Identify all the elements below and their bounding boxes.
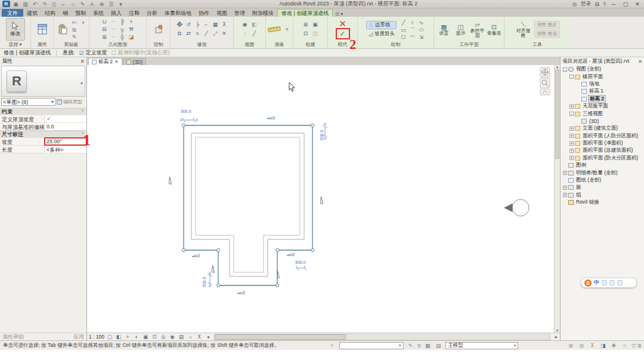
ime-toolbox-icon[interactable] [617,280,623,285]
horizontal-scrollbar[interactable] [214,334,550,340]
modify-tab-options-icon[interactable]: ⊡ ▾ [335,11,343,17]
collapse-icon[interactable]: - [569,112,574,116]
extend-into-wall-checkbox[interactable]: ☐ 延伸到墙中(至核心层) [112,49,170,57]
ribbon-tab[interactable]: 管理 [231,9,249,17]
section-collapse-icon[interactable]: ⌃ [80,109,85,115]
panel-label-workplane[interactable]: 工作平面 [434,42,504,48]
tag-icon[interactable]: ✎ [79,1,86,8]
define-slope-checkbox[interactable]: ☑ 定义坡度 [79,49,107,57]
constraints-icon[interactable]: ⊼ [196,334,203,340]
draw-arc-icon[interactable]: ⌒ [408,26,416,33]
ribbon-tab[interactable]: 协作 [195,9,213,17]
panel-label-select[interactable]: 选择 ▾ [0,42,30,48]
ribbon-tab[interactable]: 体量和场地 [161,9,195,17]
vertical-scrollbar[interactable]: ▲ ▼ [554,65,560,333]
param-length-value[interactable]: <多种> [44,146,86,153]
thin-lines-icon[interactable]: ☰ [107,1,115,8]
ribbon-tab[interactable]: 系统 [89,9,107,17]
ribbon-tab[interactable]: 附加模块 [249,9,277,17]
tree-item[interactable]: +组 [561,192,644,199]
revit-app-icon[interactable]: R [2,1,10,7]
copy-element-icon[interactable]: ⧉ [176,30,184,37]
show-crop-region-icon[interactable]: ⊡ [151,334,158,340]
align-icon[interactable]: ╞ [194,21,202,28]
expand-icon[interactable]: + [569,134,574,138]
qat-customize-icon[interactable]: ▾ [117,1,125,8]
close-button[interactable]: ✕ [633,1,642,7]
tree-item[interactable]: +族 [561,184,644,191]
tab-file[interactable]: 文件 [2,9,23,17]
properties-help-link[interactable]: 属性帮助 [2,333,24,341]
help-icon[interactable]: ? [603,1,606,7]
tree-item[interactable]: +立面 (建筑立面) [561,125,644,132]
element-selector-dropdown[interactable]: <草图> (8) ▾ [1,98,55,106]
array-icon[interactable]: ▦ [212,21,219,28]
collapse-icon[interactable]: - [563,67,567,72]
tree-item[interactable]: +面积平面 (总建筑面积) [561,147,644,154]
dimension-annotations[interactable]: 500.0 500.0 [181,109,327,287]
ribbon-tab[interactable]: 分析 [143,9,161,17]
panel-label-geometry[interactable]: 几何图形 [89,42,146,48]
linework-icon[interactable]: ╱ [250,30,258,37]
visual-style-icon[interactable]: ◧ [115,334,122,340]
wall-joins-icon[interactable]: ╠ [119,18,126,25]
select-links-toggle-icon[interactable]: ⊘ [567,343,574,349]
properties-close-icon[interactable]: ✕ [80,59,85,64]
mirror-icon[interactable]: ⇄ [185,30,193,37]
scroll-down-icon[interactable]: ▼ [555,329,560,333]
design-options-dropdown[interactable]: 主模型▾ [445,342,518,349]
cancel-edit-mode-icon[interactable]: ✕ [339,20,346,28]
slope-arrow-button[interactable]: ◿坡度箭头 [366,30,397,38]
cope-options-icon[interactable]: ┄ [110,18,117,25]
ribbon-tab[interactable]: 注释 [125,9,143,17]
tree-item[interactable]: +天花板平面 [561,103,644,110]
ref-plane-button[interactable]: ▱参照平面 [470,20,485,39]
workplane-set-button[interactable]: ▦设置 [436,23,452,36]
worksets-icon[interactable]: ⌗ [329,342,336,349]
hscroll-right-icon[interactable]: ▸ [553,334,560,340]
minimize-button[interactable]: ─ [609,1,618,7]
cope-icon[interactable]: ⊔ [101,18,109,25]
ribbon-tab[interactable]: 结构 [41,9,59,17]
design-options-pick-icon[interactable]: ▤ [435,343,442,349]
view-tab-close-icon[interactable]: ✕ [114,59,119,64]
param-base-offset-value[interactable]: 0.0 [44,123,86,130]
tree-item[interactable]: 标高 2 [561,96,644,103]
default-3d-view-icon[interactable]: ⌂ [69,1,77,8]
expand-icon[interactable]: + [569,141,574,146]
tree-item[interactable]: -三维视图 [561,110,644,117]
delete-icon[interactable]: ✕ [221,30,228,37]
open-icon[interactable]: ▣ [12,1,20,8]
measure-icon[interactable]: ⌐ [60,1,67,8]
expand-icon[interactable]: + [569,104,574,109]
activate-controls-button[interactable] [149,18,168,41]
sketch-vertex-handles[interactable] [182,124,314,287]
scale-icon[interactable]: ⤢ [212,30,219,37]
select-underlay-toggle-icon[interactable]: ⊙ [578,343,585,349]
selection-filter-button[interactable]: ▽:8 [631,343,641,349]
create-assembly-icon[interactable]: ▣ [311,21,319,28]
print-icon[interactable]: ⎙ [50,1,58,8]
tree-item[interactable]: 图例 [561,162,644,169]
project-browser-close-icon[interactable]: ✕ [638,59,642,64]
horizontal-scroll-thumb[interactable] [215,334,346,340]
demolish-icon[interactable]: ⚒ [128,26,135,33]
draw-polygon-icon[interactable]: ⬠ [400,33,407,41]
pick-lines-icon[interactable]: ⇲ [417,33,425,41]
type-selector-caret-icon[interactable]: ▾ [80,81,83,86]
rotate-icon[interactable]: ↺ [185,21,193,28]
expand-icon[interactable]: + [569,156,574,160]
text-icon[interactable]: A [88,1,96,8]
sun-path-icon[interactable]: ☀ [124,334,131,340]
tree-item[interactable]: 标高 1 [561,88,644,95]
beam-joins-icon[interactable]: ╦ [119,26,126,33]
temporary-hide-isolate-icon[interactable]: ◎ [160,334,167,340]
search-icon[interactable]: ◎ [572,1,577,7]
roof-footprint-sketch-line[interactable] [184,125,312,285]
navigation-bar[interactable] [540,67,550,95]
hide-icon[interactable]: ◌ [241,30,249,37]
override-icon[interactable]: ◧ [250,21,258,28]
cut-options-icon[interactable]: ┄ [110,26,117,33]
tree-item[interactable]: 场地 [561,81,644,88]
param-define-slope-value[interactable]: ✓ [44,115,86,122]
